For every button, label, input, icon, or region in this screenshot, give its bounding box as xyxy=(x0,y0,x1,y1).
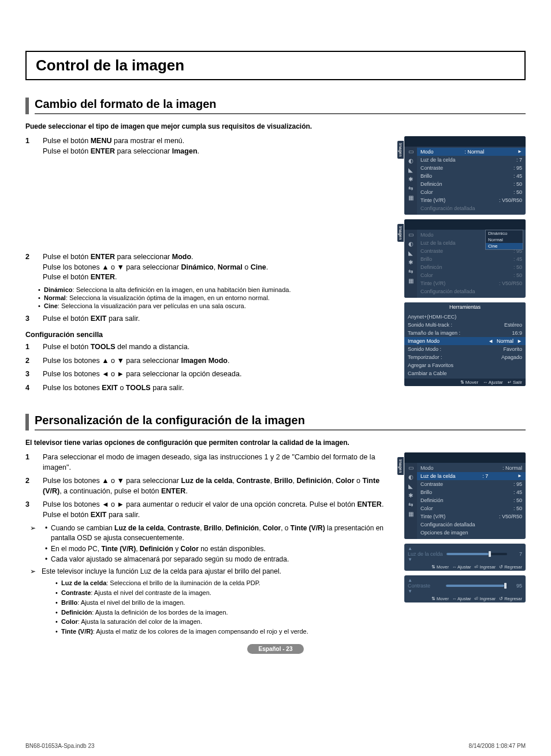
page-footer: BN68-01653A-Spa.indb 23 8/14/2008 1:08:4… xyxy=(25,743,526,749)
simple-step-1: 1Pulse el botón TOOLS del mando a distan… xyxy=(25,342,397,353)
osd-row[interactable]: Opciones de imagen xyxy=(420,529,522,537)
monitor-icon: ▭ xyxy=(408,149,414,155)
osd-sidebar-icons: ▭ ◐ ◣ ✱ ⇆ ▦ xyxy=(404,230,417,298)
tools-row[interactable]: Imagen Modo◄Normal► xyxy=(404,337,526,345)
chevron-right-icon: ► xyxy=(517,338,522,344)
gear-icon: ✱ xyxy=(408,177,413,182)
osd-menu-imagen-3: Imagen ▭ ◐ ◣ ✱ ⇆ ▦ Modo: NormalLuz de la… xyxy=(404,452,526,539)
osd-row[interactable]: Color: 50 xyxy=(420,188,522,196)
monitor-icon: ▭ xyxy=(408,465,414,471)
osd-row[interactable]: Modo: Normal xyxy=(420,464,522,472)
osd-row[interactable]: Modo: Normal► xyxy=(417,148,526,156)
mode-dropdown[interactable]: DinámicoNormalCine xyxy=(485,230,523,250)
osd-row[interactable]: Definicón: 50 xyxy=(420,180,522,188)
bullet: Dinámico: Selecciona la alta definición … xyxy=(44,286,397,293)
slider2-label: Contraste xyxy=(408,583,442,589)
osd-row[interactable]: Configuración detallada xyxy=(420,521,522,529)
simple-step-3: 3Pulse los botones ◄ o ► para selecciona… xyxy=(25,369,397,380)
osd-sidebar-icons: ▭ ◐ ◣ ✱ ⇆ ▦ xyxy=(404,147,417,215)
osd-row[interactable]: Brillo: 45 xyxy=(420,172,522,180)
page-number-badge: Español - 23 xyxy=(247,644,304,654)
osd-tab-label: Imagen xyxy=(397,457,404,475)
osd-row[interactable]: Tinte (V/R): V50/R50 xyxy=(420,512,522,521)
def: Definición: Ajusta la definición de los … xyxy=(61,608,397,617)
def: Tinte (V/R): Ajusta el matiz de los colo… xyxy=(61,627,397,636)
footer-file: BN68-01653A-Spa.indb 23 xyxy=(25,743,95,749)
dropdown-option[interactable]: Dinámico xyxy=(486,230,523,237)
chevron-left-icon: ◄ xyxy=(488,338,493,344)
simple-step-4: 4Pulse los botones EXIT o TOOLS para sal… xyxy=(25,383,397,394)
slider-track[interactable] xyxy=(446,585,507,587)
channel-icon: ◣ xyxy=(408,250,413,256)
volume-icon: ◐ xyxy=(408,158,414,164)
chevron-right-icon: ► xyxy=(518,149,522,155)
tools-row[interactable]: Tamaño de la imagen :16:9 xyxy=(408,329,522,337)
osd-row[interactable]: Configuración detallada xyxy=(420,287,522,295)
osd-row[interactable]: Luz de la celda: 7 xyxy=(420,156,522,164)
dropdown-option[interactable]: Cine xyxy=(486,243,523,249)
osd-row[interactable]: Configuración detallada xyxy=(420,204,522,212)
volume-icon: ◐ xyxy=(408,241,414,247)
app-icon: ▦ xyxy=(408,278,414,284)
osd-row[interactable]: Contraste: 95 xyxy=(420,164,522,172)
chevron-right-icon: ► xyxy=(518,473,522,479)
slider-track[interactable] xyxy=(446,553,507,555)
tools-footer-hints: ⇅ Mover↔ Ajustar↵ Salir xyxy=(404,379,526,386)
section2-intro: El televisor tiene varias opciones de co… xyxy=(25,439,526,447)
osd-row[interactable]: Luz de la celda: 7► xyxy=(417,472,526,480)
volume-icon: ◐ xyxy=(408,474,414,480)
bullet: En el modo PC, Tinte (V/R), Definición y… xyxy=(51,544,397,554)
section1-title-wrap: Cambio del formato de la imagen xyxy=(25,98,526,114)
tools-row[interactable]: Sonido Modo :Favorito xyxy=(408,345,522,353)
tools-title: Herramientas xyxy=(404,302,526,312)
app-icon: ▦ xyxy=(408,195,414,201)
input-icon: ⇆ xyxy=(408,186,413,192)
s1-step1: 1 Pulse el botón MENU para mostrar el me… xyxy=(25,136,397,156)
osd-row[interactable]: Tinte (V/R): V50/R50 xyxy=(420,279,522,287)
osd-sidebar-icons: ▭ ◐ ◣ ✱ ⇆ ▦ xyxy=(404,463,417,539)
slider2-value: 95 xyxy=(511,583,522,589)
def: Brillo: Ajusta el nivel del brillo de la… xyxy=(61,598,397,607)
tools-row[interactable]: Temporizador :Apagado xyxy=(408,353,522,361)
def: Luz de la celda: Selecciona el brillo de… xyxy=(61,579,397,587)
osd-row[interactable]: Definicón: 50 xyxy=(420,263,522,271)
osd-row[interactable]: Tinte (V/R): V50/R50 xyxy=(420,196,522,204)
osd-tools: Herramientas Anynet+(HDMI-CEC)Sonido Mul… xyxy=(404,302,526,386)
simple-step-2: 2Pulse los botones ▲ o ▼ para selecciona… xyxy=(25,356,397,366)
section1-title: Cambio del formato de la imagen xyxy=(35,98,526,114)
dropdown-option[interactable]: Normal xyxy=(486,237,523,243)
input-icon: ⇆ xyxy=(408,269,413,275)
s2-step2: 2Pulse los botones ▲ o ▼ para selecciona… xyxy=(25,476,397,496)
app-icon: ▦ xyxy=(408,511,414,517)
gear-icon: ✱ xyxy=(408,260,413,265)
tools-row[interactable]: Cambiar a Cable xyxy=(408,369,522,377)
channel-icon: ◣ xyxy=(408,167,413,173)
section2-title: Personalización de la configuración de l… xyxy=(35,414,526,431)
def: Color: Ajusta la saturación del color de… xyxy=(61,617,397,626)
osd-row[interactable]: Brillo: 45 xyxy=(420,255,522,263)
osd-menu-imagen-1: Imagen ▭ ◐ ◣ ✱ ⇆ ▦ Modo: Normal►Luz de l… xyxy=(404,136,526,215)
s2-step3: 3Pulse los botones ◄ o ► para aumentar o… xyxy=(25,500,397,520)
s1-step3: 3 Pulse el botón EXIT para salir. xyxy=(25,314,397,324)
osd-row[interactable]: Color: 50 xyxy=(420,271,522,279)
osd-row[interactable]: Brillo: 45 xyxy=(420,488,522,496)
osd-row[interactable]: Definición: 50 xyxy=(420,496,522,504)
osd-row[interactable]: Contraste: 95 xyxy=(420,480,522,488)
bullet: Cine: Selecciona la visualización para v… xyxy=(44,302,397,309)
channel-icon: ◣ xyxy=(408,484,413,489)
input-icon: ⇆ xyxy=(408,502,413,508)
footer-date: 8/14/2008 1:08:47 PM xyxy=(469,743,526,749)
osd-menu-imagen-2: Imagen ▭ ◐ ◣ ✱ ⇆ ▦ DinámicoNorma xyxy=(404,219,526,298)
section1-intro: Puede seleccionar el tipo de imagen que … xyxy=(25,122,526,130)
slider-footer-hints: ⇅ Mover↔ Ajustar⏎ Ingresar↺ Regresar xyxy=(408,564,522,570)
tools-row[interactable]: Sonido Multi-track :Estéreo xyxy=(408,321,522,329)
tools-row[interactable]: Anynet+(HDMI-CEC) xyxy=(408,313,522,321)
bullet: Cuando se cambian Luz de la celda, Contr… xyxy=(51,523,397,543)
s2-definitions: Luz de la celda: Selecciona el brillo de… xyxy=(25,579,397,636)
monitor-icon: ▭ xyxy=(408,232,414,238)
bullet: Cada valor ajustado se almacenará por se… xyxy=(51,555,397,564)
osd-row[interactable]: Color: 50 xyxy=(420,504,522,512)
def: Contraste: Ajusta el nivel del contraste… xyxy=(61,589,397,597)
main-title-box: Control de la imagen xyxy=(25,51,526,80)
tools-row[interactable]: Agregar a Favoritos xyxy=(408,361,522,369)
